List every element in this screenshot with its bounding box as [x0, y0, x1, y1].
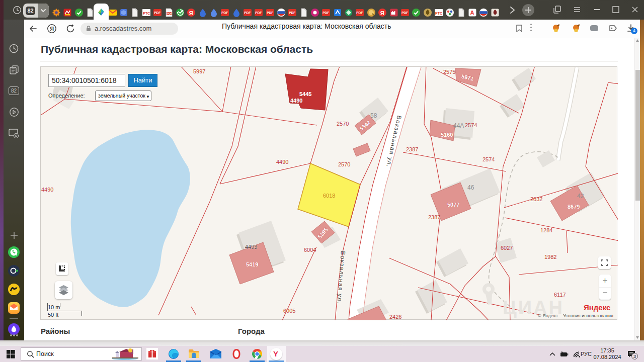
svg-text:42: 42	[577, 193, 584, 200]
svg-text:PDF: PDF	[357, 11, 363, 15]
svg-text:Я: Я	[50, 26, 54, 32]
svg-text:6018: 6018	[323, 193, 335, 199]
svg-text:5419: 5419	[246, 261, 258, 267]
svg-text:4490: 4490	[290, 98, 302, 104]
svg-text:PTC: PTC	[435, 12, 442, 15]
svg-text:Я: Я	[380, 10, 384, 16]
svg-text:2426: 2426	[389, 314, 401, 320]
svg-text:PDF: PDF	[267, 11, 273, 15]
svg-text:1284: 1284	[540, 227, 552, 233]
svg-text:2570: 2570	[337, 121, 349, 127]
svg-text:6004: 6004	[304, 247, 316, 253]
svg-text:2387: 2387	[428, 214, 440, 220]
svg-text:PDF: PDF	[154, 11, 160, 15]
svg-text:46: 46	[467, 184, 474, 191]
svg-text:44A: 44A	[453, 122, 464, 129]
svg-text:5077: 5077	[447, 202, 459, 208]
svg-text:PDF: PDF	[289, 11, 296, 15]
svg-text:5445: 5445	[299, 91, 311, 97]
svg-text:Я: Я	[189, 10, 193, 16]
svg-text:1982: 1982	[544, 254, 556, 260]
svg-text:PDF: PDF	[255, 11, 262, 15]
svg-text:2574: 2574	[465, 122, 477, 128]
svg-text:6005: 6005	[283, 308, 295, 314]
svg-text:A: A	[470, 10, 474, 16]
svg-text:8679: 8679	[568, 204, 580, 210]
svg-text:2387: 2387	[406, 146, 418, 152]
svg-text:2570: 2570	[338, 161, 350, 167]
svg-text:PDF: PDF	[323, 11, 330, 15]
svg-text:4490: 4490	[41, 187, 53, 193]
svg-text:Вокзальная ул.: Вокзальная ул.	[336, 251, 347, 304]
svg-text:2032: 2032	[530, 196, 542, 202]
svg-text:PDF: PDF	[244, 11, 251, 15]
svg-text:PDF: PDF	[401, 11, 408, 15]
svg-text:4490: 4490	[276, 159, 288, 165]
svg-text:PDF: PDF	[167, 12, 173, 15]
svg-text:PDF: PDF	[221, 11, 228, 15]
svg-text:6027: 6027	[501, 245, 513, 251]
svg-text:2574: 2574	[482, 156, 495, 162]
svg-text:PTC: PTC	[143, 12, 150, 15]
svg-text:2575: 2575	[443, 69, 455, 75]
svg-text:5160: 5160	[441, 132, 453, 138]
svg-text:4493: 4493	[245, 244, 257, 250]
svg-text:58: 58	[370, 112, 377, 119]
svg-text:5997: 5997	[193, 68, 205, 74]
